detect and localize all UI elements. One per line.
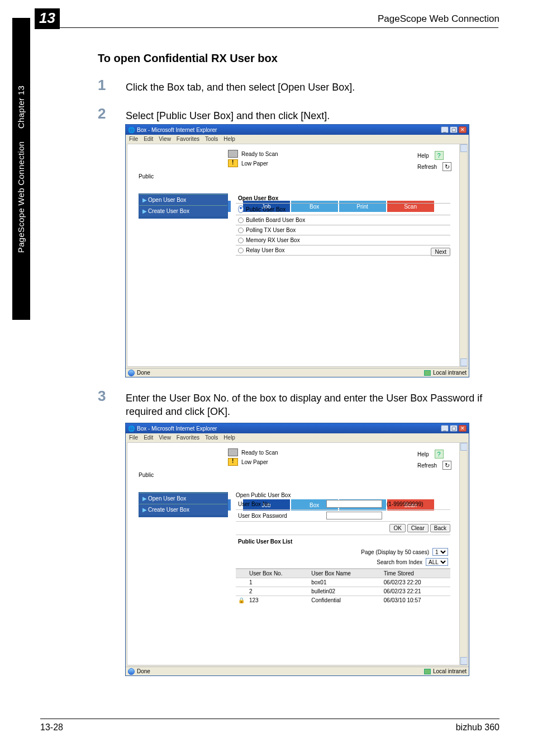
- nav-open-user-box[interactable]: ▶Open User Box: [139, 493, 227, 504]
- status-zone: Local intranet: [433, 370, 467, 376]
- network-icon: [424, 370, 431, 376]
- radio-public[interactable]: Public User Box: [236, 204, 450, 215]
- maximize-button[interactable]: ▢: [450, 126, 458, 133]
- minimize-button[interactable]: _: [441, 126, 449, 133]
- step-1-text: Click the Box tab, and then select [Open…: [126, 81, 355, 94]
- status-done: Done: [137, 370, 150, 376]
- globe-icon: [128, 370, 135, 376]
- lock-icon: 🔒: [236, 596, 247, 605]
- field-no-label: User Box No.: [238, 501, 322, 507]
- next-button[interactable]: Next: [431, 248, 450, 256]
- side-product: PageScope Web Connection: [17, 141, 26, 253]
- menu-file[interactable]: File: [129, 434, 138, 441]
- menu-favorites[interactable]: Favorites: [177, 136, 199, 143]
- col-no: User Box No.: [247, 569, 309, 578]
- status-ready-label: Ready to Scan: [241, 151, 278, 157]
- search-select[interactable]: ALL: [426, 558, 448, 566]
- step-2-num: 2: [98, 105, 106, 122]
- ie-icon: 🌐: [128, 127, 135, 133]
- clear-button[interactable]: Clear: [407, 524, 429, 532]
- menu-tools[interactable]: Tools: [205, 136, 218, 143]
- menu-view[interactable]: View: [159, 136, 171, 143]
- status-done: Done: [137, 668, 150, 674]
- table-row[interactable]: 1 box01 06/02/23 22:20: [236, 578, 450, 587]
- search-label: Search from Index: [377, 559, 422, 565]
- back-button[interactable]: Back: [430, 524, 450, 532]
- menu-help[interactable]: Help: [223, 434, 235, 441]
- menu-favorites[interactable]: Favorites: [177, 434, 199, 441]
- scrollbar[interactable]: [459, 144, 467, 366]
- screenshot-1: 🌐 Box - Microsoft Internet Explorer _ ▢ …: [125, 124, 469, 377]
- col-name: User Box Name: [309, 569, 382, 578]
- statusbar-1: Done Local intranet: [126, 368, 469, 377]
- minimize-button[interactable]: _: [441, 425, 449, 432]
- help-link[interactable]: Help: [417, 451, 429, 457]
- refresh-icon[interactable]: ↻: [442, 461, 451, 470]
- chapter-badge: 13: [35, 8, 60, 29]
- list-title: Public User Box List: [236, 535, 450, 547]
- page-content-2: Ready to Scan Low Paper Help? Refresh↻ P…: [127, 442, 468, 665]
- refresh-icon[interactable]: ↻: [442, 162, 451, 171]
- refresh-link[interactable]: Refresh: [417, 462, 437, 469]
- warning-icon: [228, 159, 238, 167]
- statusbar-2: Done Local intranet: [126, 667, 469, 675]
- status-low-label: Low Paper: [241, 459, 268, 465]
- help-icon[interactable]: ?: [435, 450, 444, 459]
- globe-icon: [128, 668, 135, 675]
- page-select[interactable]: 1: [432, 548, 448, 556]
- menu-edit[interactable]: Edit: [144, 136, 153, 143]
- window-title-2: Box - Microsoft Internet Explorer: [137, 426, 217, 432]
- page-label: Page (Display by 50 cases): [361, 549, 429, 555]
- step-1-num: 1: [98, 77, 106, 94]
- panel-title: Open User Box: [236, 193, 450, 204]
- step-3: 3 Enter the User Box No. of the box to d…: [99, 391, 517, 419]
- nav-create-user-box[interactable]: ▶Create User Box: [139, 205, 227, 216]
- table-row[interactable]: 2 bulletin02 06/02/23 22:21: [236, 587, 450, 596]
- radio-polling[interactable]: Polling TX User Box: [236, 225, 450, 235]
- help-icon[interactable]: ?: [435, 151, 444, 160]
- step-1: 1 Click the Box tab, and then select [Op…: [99, 81, 355, 94]
- panel2-title: Open Public User Box: [236, 492, 450, 498]
- col-time: Time Stored: [382, 569, 450, 578]
- table-row[interactable]: 🔒 123 Confidential 06/03/10 10:57: [236, 596, 450, 605]
- open-user-box-panel: Open User Box Public User Box Bulletin B…: [236, 193, 450, 256]
- status-ready-label: Ready to Scan: [241, 450, 278, 456]
- menu-view[interactable]: View: [159, 434, 171, 441]
- status-zone: Local intranet: [433, 668, 467, 674]
- ie-icon: 🌐: [128, 426, 135, 432]
- close-button[interactable]: ✕: [459, 425, 467, 432]
- step-2: 2 Select [Public User Box] and then clic…: [99, 109, 330, 122]
- page-header-title: PageScope Web Connection: [378, 13, 499, 25]
- warning-icon: [228, 458, 238, 466]
- side-nav-2: ▶Open User Box ▶Create User Box: [139, 492, 228, 517]
- help-link[interactable]: Help: [417, 153, 429, 159]
- side-chapter: Chapter 13: [17, 85, 26, 128]
- close-button[interactable]: ✕: [459, 126, 467, 133]
- menu-tools[interactable]: Tools: [205, 434, 218, 441]
- menu-bar-2: File Edit View Favorites Tools Help: [126, 433, 469, 442]
- page-content-1: Ready to Scan Low Paper Help ? Refresh ↻…: [127, 144, 468, 367]
- radio-bulletin[interactable]: Bulletin Board User Box: [236, 215, 450, 225]
- page-number: 13-28: [40, 722, 63, 733]
- menu-help[interactable]: Help: [223, 136, 235, 143]
- ok-button[interactable]: OK: [389, 524, 405, 532]
- side-tab: PageScope Web Connection Chapter 13: [12, 18, 30, 320]
- nav-create-user-box[interactable]: ▶Create User Box: [139, 504, 227, 515]
- user-box-pw-input[interactable]: [326, 512, 382, 519]
- maximize-button[interactable]: ▢: [450, 425, 458, 432]
- open-public-user-box-panel: Open Public User Box User Box No. (1-999…: [236, 492, 450, 604]
- window-titlebar-2: 🌐 Box - Microsoft Internet Explorer _ ▢ …: [126, 423, 469, 433]
- refresh-link[interactable]: Refresh: [417, 164, 437, 170]
- menu-edit[interactable]: Edit: [144, 434, 153, 441]
- radio-relay[interactable]: Relay User Box: [236, 245, 450, 256]
- radio-memory[interactable]: Memory RX User Box: [236, 235, 450, 245]
- scrollbar[interactable]: [459, 443, 467, 665]
- page-footer: 13-28 bizhub 360: [40, 719, 499, 733]
- step-3-num: 3: [98, 388, 106, 405]
- field-range: (1-999999999): [387, 501, 423, 507]
- window-title: Box - Microsoft Internet Explorer: [137, 127, 217, 133]
- menu-file[interactable]: File: [129, 136, 138, 143]
- nav-open-user-box[interactable]: ▶Open User Box: [139, 194, 227, 205]
- user-box-no-input[interactable]: [326, 500, 382, 508]
- field-pw-label: User Box Password: [238, 513, 322, 519]
